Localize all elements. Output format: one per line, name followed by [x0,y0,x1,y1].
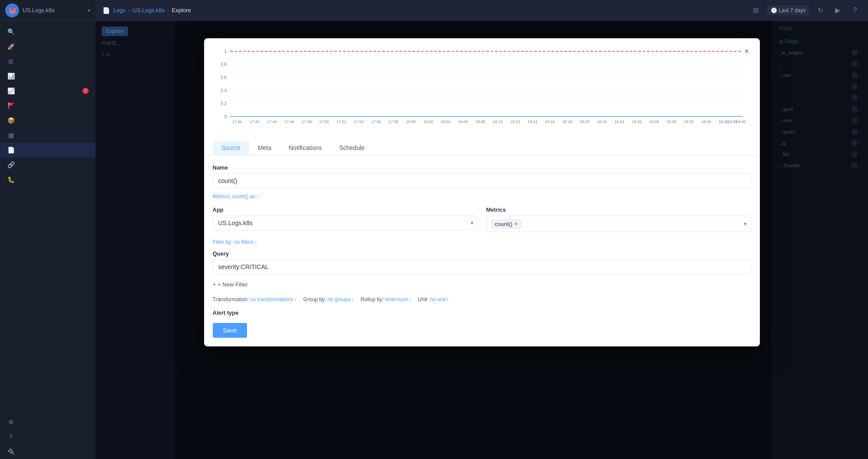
apps-icon: ⊞ [7,57,15,65]
breadcrumb-explore: Explore [172,7,191,13]
alerts-icon: 📈 [7,87,15,95]
query-input[interactable] [213,259,751,274]
metrics-dropdown-arrow[interactable]: ▾ [744,221,746,227]
svg-text:18:14: 18:14 [528,120,538,124]
filter-link-text: Filter by: no filters [213,239,254,245]
svg-text:18:02: 18:02 [423,120,433,124]
tab-meta[interactable]: Meta [249,141,280,156]
svg-text:0.8: 0.8 [221,62,227,67]
metrics-label: Metrics [486,206,751,213]
svg-text:0: 0 [224,114,227,119]
time-range-selector[interactable]: 🕐 Last 7 days [767,6,809,15]
rollup-link[interactable]: Rollup by: time=sum › [361,296,411,303]
sidebar-item-metrics[interactable]: 📊 [0,69,96,83]
tab-source[interactable]: Source [213,141,249,156]
sidebar-header: 🐙 US.Logs.k8s ▾ [0,0,96,21]
sidebar-item-packages[interactable]: 📦 [0,113,96,128]
transformation-label: Transformation: [213,296,249,303]
svg-text:18:00: 18:00 [406,120,416,124]
sidebar-item-debug[interactable]: 🐛 [0,172,96,187]
sidebar-item-integrations[interactable]: 🔌 [0,444,96,459]
svg-text:18:18: 18:18 [562,120,572,124]
sidebar-item-starred[interactable]: 🚀 [0,39,96,54]
svg-text:0.4: 0.4 [221,88,227,93]
svg-text:18:10: 18:10 [493,120,503,124]
topbar-actions: ⊞ 🕐 Last 7 days ↻ ▶ ? [750,4,861,17]
tab-notifications[interactable]: Notifications [280,141,330,156]
svg-text:17:52: 17:52 [337,120,347,124]
integrations-icon: 🔌 [7,448,15,456]
sidebar-item-logs[interactable]: 📄 [0,143,96,157]
help-icon: ? [7,433,15,441]
sidebar-item-apps[interactable]: ⊞ [0,54,96,69]
rollup-label: Rollup by: [361,296,384,303]
sidebar-nav: 🔍 🚀 ⊞ 📊 📈 ! 🚩 📦 ▦ 📄 🔗 🐛 [0,21,96,415]
svg-text:18:24: 18:24 [614,120,624,124]
starred-icon: 🚀 [7,43,15,50]
transformation-value: no transformations [250,296,293,303]
svg-text:17:48: 17:48 [302,120,312,124]
sidebar-dropdown-icon[interactable]: ▾ [88,7,90,13]
grid-view-button[interactable]: ⊞ [750,4,762,17]
topbar-help-button[interactable]: ? [849,4,861,17]
metrics-section: Metrics count() ✕ ▾ [486,206,751,232]
form-content: Name Metrics: count() as › App US.Logs.k… [204,156,760,346]
play-button[interactable]: ▶ [832,4,844,17]
unit-link[interactable]: Unit: no unit › [418,296,449,303]
svg-text:17:50: 17:50 [319,120,329,124]
sidebar-item-dashboard[interactable]: ▦ [0,128,96,143]
refresh-button[interactable]: ↻ [814,4,826,17]
flag-icon: 🚩 [7,102,15,110]
rollup-arrow: › [409,296,411,303]
app-select[interactable]: US.Logs.k8s [213,216,478,230]
plus-icon: + [213,281,216,288]
transformation-link[interactable]: Transformation: no transformations › [213,296,297,303]
sidebar-item-traces[interactable]: 🔗 [0,157,96,172]
sidebar-item-alerts[interactable]: 📈 ! [0,83,96,98]
breadcrumb-logs[interactable]: Logs [113,7,125,13]
metrics-link-arrow: › [257,193,258,200]
svg-text:1: 1 [224,49,227,54]
sidebar-item-settings[interactable]: ⚙ [0,415,96,429]
packages-icon: 📦 [7,116,15,124]
filter-link[interactable]: Filter by: no filters › [213,239,751,245]
metrics-link[interactable]: Metrics: count() as › [213,193,751,200]
svg-text:18:40: 18:40 [736,120,746,124]
app-select-wrapper: US.Logs.k8s ▾ [213,216,478,230]
svg-text:18:08: 18:08 [475,120,485,124]
svg-text:18:06: 18:06 [458,120,468,124]
svg-text:17:44: 17:44 [267,120,277,124]
new-filter-label: + New Filter [218,281,248,288]
metric-tag-remove[interactable]: ✕ [514,221,518,227]
metric-tag-text: count() [495,221,512,227]
tab-schedule[interactable]: Schedule [330,141,373,156]
unit-label: Unit: [418,296,429,303]
logo: 🐙 [5,3,19,17]
svg-text:18:16: 18:16 [545,120,555,124]
main-area: Explore Pod B... + A... Fields st Fields… [96,21,868,459]
time-range-label: Last 7 days [779,7,805,13]
new-filter-button[interactable]: + + New Filter [213,279,751,289]
dashboard-icon: ▦ [7,131,15,139]
modal: × 1 0.8 0.6 0.4 0.2 0 [204,38,760,346]
sidebar-item-flag[interactable]: 🚩 [0,98,96,113]
metrics-link-text: Metrics: count() as [213,193,256,200]
app-metrics-row: App US.Logs.k8s ▾ Metrics count() [213,206,751,232]
app-label: App [213,206,478,213]
topbar: 📄 Logs › US.Logs.k8s › Explore ⊞ 🕐 Last … [96,0,868,21]
save-button[interactable]: Save [213,323,248,338]
unit-value: no unit [430,296,446,303]
svg-text:18:12: 18:12 [510,120,520,124]
svg-text:17:46: 17:46 [284,120,294,124]
sidebar-item-search[interactable]: 🔍 [0,24,96,39]
groupby-link[interactable]: Group by: no groups › [303,296,353,303]
svg-text:17:40: 17:40 [232,120,242,124]
breadcrumb-uslogs[interactable]: US.Logs.k8s [133,7,165,13]
name-input[interactable] [213,173,751,188]
svg-text:17:42: 17:42 [250,120,260,124]
sidebar-item-help[interactable]: ? [0,429,96,444]
svg-text:18:26: 18:26 [632,120,642,124]
alerts-badge: ! [83,88,89,94]
search-icon: 🔍 [7,28,15,36]
metrics-field[interactable]: count() ✕ ▾ [486,216,751,232]
